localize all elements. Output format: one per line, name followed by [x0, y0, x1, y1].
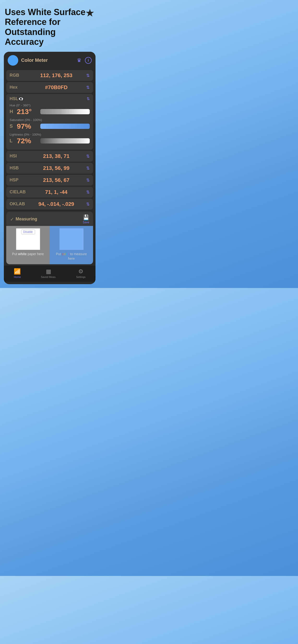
hsb-adjust-icon[interactable]: ⇅ — [86, 166, 90, 171]
white-panel: Disable Put white paper here — [6, 226, 50, 264]
oklab-adjust-icon[interactable]: ⇅ — [86, 202, 90, 207]
color-o2: o — [66, 252, 68, 256]
hue-range-label: Hue (0° - 360°) — [10, 104, 90, 107]
hsi-adjust-icon[interactable]: ⇅ — [86, 154, 90, 159]
white-reference-box: Disable — [16, 228, 40, 250]
hsl-label: HSL — [10, 96, 18, 101]
cielab-adjust-icon[interactable]: ⇅ — [86, 190, 90, 195]
hsb-row[interactable]: HSB 213, 56, 99 ⇅ — [6, 163, 93, 174]
hsl-section: HSL 👁‍🗨 ⇅ Hue (0° - 360°) H 213° Saturat… — [6, 94, 93, 150]
nav-home[interactable]: 📶 Home — [14, 268, 21, 278]
white-panel-text: Put white paper here — [12, 252, 44, 256]
bottom-nav: 📶 Home ▦ Saved Meas. ⚙ Settings — [4, 266, 95, 282]
home-icon: 📶 — [14, 268, 21, 275]
rgb-value: 112, 176, 253 — [26, 72, 86, 78]
hsi-label: HSI — [10, 154, 26, 158]
color-r: r — [68, 252, 69, 256]
light-letter: L — [10, 138, 15, 144]
light-slider[interactable] — [40, 138, 90, 144]
app-header-bar: Color Meter ♛ i — [4, 52, 95, 69]
cielab-row[interactable]: CIELAB 71, 1, -44 ⇅ — [6, 187, 93, 198]
sat-letter: S — [10, 124, 15, 129]
rgb-label: RGB — [10, 73, 26, 78]
app-title: Color Meter — [21, 58, 77, 63]
oklab-value: 94, -.014, -.029 — [26, 201, 86, 207]
hsl-header: HSL 👁‍🗨 ⇅ — [10, 96, 90, 102]
light-value: 72% — [17, 137, 38, 145]
oklab-row[interactable]: OKLAB 94, -.014, -.029 ⇅ — [6, 198, 93, 210]
hsb-value: 213, 56, 99 — [26, 165, 86, 171]
header-title: Uses White Surface Reference for Outstan… — [5, 7, 86, 47]
color-sample-box — [60, 228, 83, 250]
hue-value: 213° — [17, 108, 38, 116]
hue-slider[interactable] — [40, 109, 90, 114]
hsl-adjust-icon[interactable]: ⇅ — [87, 96, 90, 101]
hex-adjust-icon[interactable]: ⇅ — [86, 85, 90, 90]
hex-value: #70B0FD — [26, 84, 86, 90]
hsi-row[interactable]: HSI 213, 38, 71 ⇅ — [6, 151, 93, 162]
hsp-row[interactable]: HSP 213, 56, 67 ⇅ — [6, 175, 93, 186]
home-label: Home — [14, 276, 21, 278]
saved-icon: ▦ — [46, 268, 51, 275]
hue-row: H 213° — [10, 108, 90, 116]
star-icon: ★ — [85, 7, 95, 19]
rgb-row[interactable]: RGB 112, 176, 253 ⇅ — [6, 70, 93, 81]
measuring-check-icon: ✓ — [10, 216, 14, 222]
light-range-label: Lightness (0% - 100%) — [10, 133, 90, 136]
hue-letter: H — [10, 109, 15, 114]
measuring-header: ✓ Measuring 💾 Save — [6, 212, 93, 226]
saved-label: Saved Meas. — [41, 276, 56, 278]
color-panel: Put color to measure here — [50, 226, 93, 264]
hsp-adjust-icon[interactable]: ⇅ — [86, 178, 90, 183]
hex-label: Hex — [10, 85, 26, 90]
hsp-label: HSP — [10, 178, 26, 182]
save-label: Save — [83, 221, 89, 224]
measuring-label: Measuring — [16, 216, 83, 222]
measuring-panels: Disable Put white paper here Put color t… — [6, 226, 93, 264]
save-icon: 💾 — [83, 214, 89, 221]
settings-icon: ⚙ — [78, 268, 83, 275]
light-row: L 72% — [10, 137, 90, 145]
nav-saved[interactable]: ▦ Saved Meas. — [41, 268, 56, 278]
hsp-value: 213, 56, 67 — [26, 177, 86, 183]
crown-icon[interactable]: ♛ — [77, 57, 82, 64]
app-card: Color Meter ♛ i RGB 112, 176, 253 ⇅ Hex … — [4, 52, 95, 284]
sat-row: S 97% — [10, 122, 90, 130]
cielab-value: 71, 1, -44 — [26, 189, 86, 195]
sat-slider[interactable] — [40, 124, 90, 129]
nav-settings[interactable]: ⚙ Settings — [76, 268, 86, 278]
hsi-value: 213, 38, 71 — [26, 153, 86, 159]
app-logo-dot — [8, 55, 18, 66]
disable-tag[interactable]: Disable — [21, 230, 35, 234]
measuring-section: ✓ Measuring 💾 Save Disable Put white pap… — [6, 212, 93, 264]
hsl-eye-icon[interactable]: 👁‍🗨 — [18, 96, 24, 102]
hsb-label: HSB — [10, 166, 26, 170]
info-button[interactable]: i — [85, 57, 92, 64]
sat-value: 97% — [17, 122, 38, 130]
color-panel-text: Put color to measure here — [52, 252, 91, 261]
rgb-adjust-icon[interactable]: ⇅ — [86, 73, 90, 78]
oklab-label: OKLAB — [10, 202, 26, 206]
settings-label: Settings — [76, 276, 86, 278]
white-word: white — [18, 252, 27, 256]
header-section: Uses White Surface Reference for Outstan… — [0, 0, 99, 52]
sat-range-label: Saturation (0% - 100%) — [10, 118, 90, 122]
color-c: c — [62, 252, 64, 256]
color-o1: o — [64, 252, 66, 256]
cielab-label: CIELAB — [10, 190, 26, 194]
save-button[interactable]: 💾 Save — [83, 214, 89, 224]
hex-row[interactable]: Hex #70B0FD ⇅ — [6, 82, 93, 93]
